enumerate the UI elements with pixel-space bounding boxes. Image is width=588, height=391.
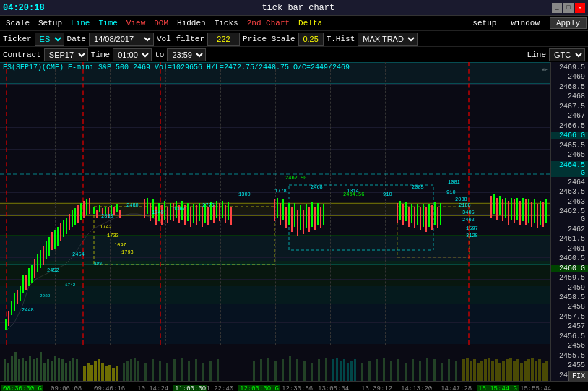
svg-text:2452: 2452 (47, 267, 59, 273)
svg-text:2454: 2454 (72, 252, 85, 257)
svg-text:2462: 2462 (462, 217, 475, 223)
svg-rect-264 (545, 361, 548, 381)
svg-rect-162 (4, 359, 6, 381)
price-2467-5: 2467.5 (551, 103, 588, 111)
price-2457: 2457 (551, 322, 588, 330)
svg-rect-258 (524, 361, 527, 381)
menu-delta[interactable]: Delta (294, 17, 327, 29)
vol-filter-input[interactable]: 222 (207, 33, 240, 46)
maximize-button[interactable]: □ (563, 3, 574, 13)
menu-line[interactable]: Line (66, 17, 94, 29)
time-to-dropdown[interactable]: 23:59 (167, 48, 206, 61)
time-09-06: 09:06:08 (51, 385, 82, 392)
line-dropdown[interactable]: GTC (549, 48, 585, 61)
price-2463-5: 2463.5 (551, 188, 588, 196)
svg-rect-198 (144, 363, 147, 381)
menu-hidden[interactable]: Hidden (173, 17, 210, 29)
time-label: Time (91, 51, 110, 59)
svg-rect-164 (11, 356, 13, 381)
svg-rect-174 (47, 359, 49, 381)
window-title: tick bar chart (261, 3, 334, 13)
vol-filter-label: Vol filter (157, 35, 204, 43)
svg-rect-197 (137, 361, 139, 381)
svg-text:1300: 1300 (238, 192, 251, 197)
svg-text:3405: 3405 (462, 210, 475, 215)
svg-text:2080: 2080 (40, 293, 51, 298)
svg-rect-259 (527, 359, 530, 381)
time-13-05: 13:05:04 (318, 385, 349, 392)
minimize-button[interactable]: _ (552, 3, 562, 13)
svg-rect-202 (173, 359, 176, 381)
price-2455: 2455 (551, 361, 588, 369)
menu-setup[interactable]: Setup (34, 17, 66, 29)
svg-rect-236 (426, 358, 428, 381)
price-2459-5: 2459.5 (551, 274, 588, 282)
time-12-00: 12:00:00 G (238, 385, 280, 392)
svg-text:1733: 1733 (107, 233, 119, 239)
date-label: Date (67, 35, 86, 43)
time-09-40: 09:40:16 (94, 385, 125, 392)
svg-rect-175 (51, 361, 53, 381)
price-2461-5: 2461.5 (551, 235, 588, 243)
fix-badge[interactable]: FIX (568, 371, 588, 381)
close-button[interactable]: ✕ (575, 3, 585, 13)
svg-text:1097: 1097 (114, 242, 126, 248)
svg-rect-168 (25, 361, 27, 381)
chart-area: ES(SEP17)(CME) E-mini S&P 500 2469 Vol=1… (0, 62, 588, 381)
svg-rect-253 (506, 359, 509, 381)
svg-text:2462.5G: 2462.5G (285, 175, 306, 181)
menu-ticks[interactable]: Ticks (210, 17, 243, 29)
svg-rect-170 (33, 359, 35, 381)
clock: 04:20:18 (3, 3, 45, 13)
svg-rect-211 (267, 358, 269, 381)
svg-rect-178 (61, 359, 64, 381)
svg-text:2448: 2448 (22, 307, 34, 313)
t-hist-dropdown[interactable]: MAX TRAD (358, 33, 418, 46)
svg-rect-231 (390, 361, 392, 381)
price-scale-input[interactable] (298, 33, 324, 46)
svg-rect-192 (116, 366, 118, 381)
svg-text:2480: 2480 (126, 202, 139, 208)
date-dropdown[interactable]: 14/08/2017 (89, 33, 154, 46)
menu-setup-right[interactable]: setup (468, 17, 501, 29)
svg-rect-194 (126, 361, 129, 381)
contract-dropdown[interactable]: SEP17 (44, 48, 88, 61)
menu-view[interactable]: View (122, 17, 150, 29)
svg-rect-207 (209, 361, 212, 381)
apply-button[interactable]: Apply (550, 17, 587, 29)
svg-rect-212 (274, 361, 277, 381)
price-2456-5: 2456.5 (551, 332, 588, 340)
svg-rect-188 (101, 363, 104, 381)
price-2460: 2460 G (551, 265, 588, 272)
price-2456: 2456 (551, 342, 588, 350)
svg-rect-204 (188, 361, 190, 381)
svg-rect-235 (419, 361, 421, 381)
svg-rect-177 (58, 358, 60, 381)
svg-rect-180 (69, 361, 71, 381)
time-from-dropdown[interactable]: 01:00 (113, 48, 152, 61)
svg-rect-246 (480, 361, 483, 381)
menu-window[interactable]: window (506, 17, 544, 29)
menu-bar: Scale Setup Line Time View DOM Hidden Ti… (0, 16, 588, 30)
svg-rect-263 (542, 363, 545, 381)
menu-scale[interactable]: Scale (1, 17, 34, 29)
menu-dom[interactable]: DOM (150, 17, 173, 29)
price-2460-5: 2460.5 (551, 254, 588, 262)
chart-body[interactable]: 2448 2452 2454 2880 2480 1749 1367 2770 … (0, 62, 550, 381)
menu-2nd-chart[interactable]: 2nd Chart (243, 17, 294, 29)
svg-rect-214 (289, 356, 291, 381)
menu-time[interactable]: Time (94, 17, 121, 29)
svg-text:1742: 1742 (65, 283, 76, 288)
svg-rect-230 (383, 358, 385, 381)
svg-rect-206 (202, 363, 204, 381)
svg-rect-208 (217, 359, 219, 381)
time-12-30: 12:30:56 (282, 385, 313, 392)
svg-rect-173 (43, 363, 46, 381)
ticker-dropdown[interactable]: ES (35, 33, 64, 46)
svg-rect-233 (405, 363, 407, 381)
svg-rect-243 (470, 361, 472, 381)
svg-text:2464.5G: 2464.5G (343, 192, 364, 197)
price-2467: 2467 (551, 112, 588, 120)
svg-rect-262 (538, 359, 541, 381)
svg-text:2468: 2468 (311, 184, 323, 190)
